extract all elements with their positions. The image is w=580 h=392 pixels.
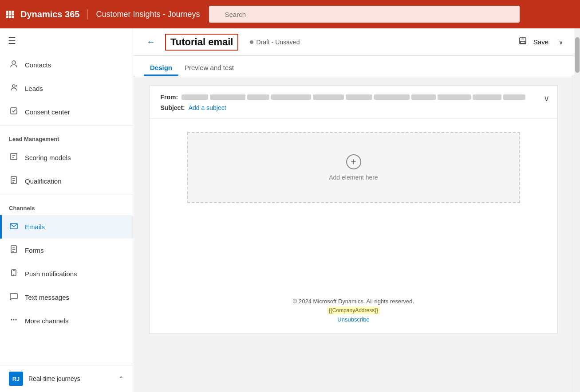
avatar: RJ [9,372,23,386]
status-badge: Draft - Unsaved [250,39,300,46]
svg-rect-7 [9,16,11,18]
svg-rect-32 [521,41,525,43]
svg-point-29 [16,319,17,321]
save-area: Save ∨ [518,36,563,47]
scrollbar-thumb [575,37,580,73]
hamburger-icon[interactable]: ☰ [0,28,133,53]
add-element-icon: + [346,154,361,169]
save-button[interactable]: Save [531,36,551,47]
svg-rect-19 [10,223,17,229]
channels-label: Channels [0,197,133,215]
drop-zone[interactable]: + Add element here [187,132,520,203]
tab-preview[interactable]: Preview and test [178,59,240,76]
svg-rect-8 [12,16,14,18]
blur-9 [438,94,471,100]
svg-rect-1 [9,11,11,13]
qualification-icon [9,176,19,187]
subject-row: Subject: Add a subject [161,104,547,111]
unsubscribe-link[interactable]: Unsubscribe [161,316,547,323]
svg-point-25 [13,274,14,275]
blur-11 [503,94,525,100]
from-label: From: [161,94,178,101]
save-icon [518,36,527,47]
svg-rect-5 [12,13,14,16]
sidebar: ☰ Contacts Leads [0,28,133,392]
footer-label: Real-time journeys [28,375,80,382]
page-title: Tutorial email [165,34,238,51]
search-input[interactable] [209,6,520,23]
blur-6 [346,94,372,100]
lead-management-label: Lead Management [0,128,133,146]
drop-zone-label: Add element here [329,174,378,181]
email-canvas: ∨ From: [133,76,574,392]
svg-point-28 [13,319,15,321]
email-header: ∨ From: [150,86,557,119]
svg-rect-31 [521,38,524,40]
sidebar-item-push[interactable]: Push notifications [0,262,133,286]
blur-4 [271,94,311,100]
blur-10 [473,94,501,100]
svg-rect-12 [11,153,17,160]
blur-3 [247,94,269,100]
sidebar-footer[interactable]: RJ Real-time journeys ⌃ [0,365,133,392]
sub-header: ← Tutorial email Draft - Unsaved Save ∨ [133,28,574,56]
push-icon [9,268,19,279]
sidebar-item-scoring[interactable]: Scoring models [0,146,133,169]
email-body: + Add element here [150,119,557,287]
text-icon [9,292,19,303]
sidebar-item-qualification[interactable]: Qualification [0,169,133,193]
sidebar-item-texts[interactable]: Text messages [0,286,133,309]
footer-company-address: {{CompanyAddress}} [327,306,380,314]
blur-5 [313,94,344,100]
sidebar-item-forms[interactable]: Forms [0,239,133,262]
blur-8 [411,94,436,100]
app-name: Dynamics 365 [20,9,88,20]
blur-1 [181,94,208,100]
svg-rect-6 [6,16,8,18]
svg-rect-11 [11,108,17,114]
contacts-icon [9,59,19,71]
sidebar-item-consent[interactable]: Consent center [0,100,133,124]
sidebar-item-contacts[interactable]: Contacts [0,53,133,77]
sidebar-item-leads[interactable]: Leads [0,77,133,100]
divider-2 [0,195,133,195]
svg-point-10 [12,85,15,87]
search-wrapper: 🔍 [209,6,520,23]
forms-icon [9,245,19,256]
subject-label: Subject: [161,104,185,111]
collapse-icon[interactable]: ∨ [544,94,549,103]
email-icon [9,221,19,232]
svg-rect-4 [9,13,11,16]
consent-icon [9,106,19,118]
from-row: From: [161,94,547,101]
back-button[interactable]: ← [144,35,158,49]
divider-1 [0,125,133,126]
blur-2 [210,94,245,100]
status-dot [250,40,253,44]
more-channels-icon [9,315,19,326]
footer-chevron-icon[interactable]: ⌃ [118,375,124,382]
svg-rect-2 [12,11,14,13]
scoring-icon [9,152,19,163]
tab-design[interactable]: Design [144,59,178,76]
email-card: ∨ From: [150,85,558,334]
sidebar-item-more[interactable]: More channels [0,309,133,333]
content-area: ← Tutorial email Draft - Unsaved Save ∨ [133,28,574,392]
topbar: Dynamics 365 Customer Insights - Journey… [0,0,580,28]
grid-icon[interactable] [5,10,14,19]
scrollbar[interactable] [574,28,580,392]
svg-rect-3 [6,13,8,16]
email-footer: © 2024 Microsoft Dynamics. All rights re… [150,287,557,333]
add-subject-link[interactable]: Add a subject [189,104,226,111]
svg-rect-0 [6,11,8,13]
svg-point-9 [12,61,16,64]
tabs-bar: Design Preview and test [133,56,574,76]
sidebar-item-emails[interactable]: Emails [0,215,133,239]
save-dropdown-icon[interactable]: ∨ [555,39,563,46]
main-area: ☰ Contacts Leads [0,28,580,392]
svg-point-27 [11,319,12,321]
module-name: Customer Insights - Journeys [96,10,209,19]
blur-7 [374,94,410,100]
leads-icon [9,83,19,94]
from-value-blurred [181,94,525,100]
